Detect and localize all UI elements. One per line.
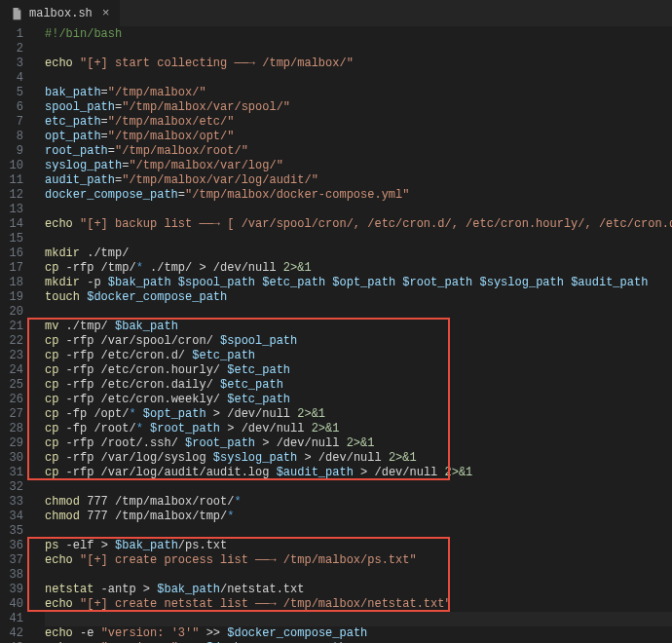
code-line[interactable]: cp -rfp /etc/cron.d/ $etc_path [45,349,672,363]
code-line[interactable]: syslog_path="/tmp/malbox/var/log/" [45,159,672,173]
token-var: opt_path [45,130,101,143]
tab-label: malbox.sh [29,7,93,20]
token-var: bak_path [45,86,101,99]
token-number: 2>&1 [283,261,312,275]
token-var: $syslog_path [213,451,297,465]
code-line[interactable]: audit_path="/tmp/malbox/var/log/audit/" [45,173,672,188]
code-line[interactable] [45,71,672,86]
token-number: 2>&1 [445,466,473,479]
code-line[interactable]: #!/bin/bash [45,27,672,42]
line-number: 30 [0,451,23,466]
line-number: 24 [0,363,23,378]
line-number: 3 [0,57,23,71]
code-line[interactable] [45,42,672,57]
code-line[interactable]: chmod 777 /tmp/malbox/root/* [45,495,672,510]
code-line[interactable]: cp -fp /root/* $root_path > /dev/null 2>… [45,422,672,436]
code-line[interactable]: etc_path="/tmp/malbox/etc/" [45,115,672,130]
token-var: docker_compose_path [45,188,178,202]
token-var: $root_path [402,276,472,289]
code-line[interactable]: echo "[+] create process list ——→ /tmp/m… [45,553,672,568]
code-line[interactable]: bak_path="/tmp/malbox/" [45,86,672,100]
code-line[interactable]: root_path="/tmp/malbox/root/" [45,144,672,159]
token-default: > [143,583,150,596]
token-builtin: mv [45,320,58,333]
token-default [108,539,115,552]
code-line[interactable] [45,203,672,217]
code-line[interactable]: cp -rfp /etc/cron.weekly/ $etc_path [45,393,672,407]
token-default: > [213,407,220,421]
token-builtin: cp [45,451,58,465]
token-string: "/tmp/malbox/docker-compose.yml" [185,188,409,202]
code-line[interactable]: cp -rfp /root/.ssh/ $root_path > /dev/nu… [45,436,672,451]
code-line[interactable] [45,305,672,320]
code-line[interactable]: cp -rfp /var/log/audit/audit.log $audit_… [45,466,672,480]
code-line[interactable]: echo "[+] backup list ——→ [ /var/spool/c… [45,217,672,232]
token-default: /dev/null [206,261,283,275]
line-number: 32 [0,480,23,495]
tab-bar: malbox.sh × [0,0,672,27]
line-number: 22 [0,334,23,349]
token-builtin: cp [45,393,58,406]
token-default [73,217,80,231]
token-default: > [304,451,311,465]
code-line[interactable]: ps -elf > $bak_path/ps.txt [45,539,672,553]
token-string: "[+] create process list ——→ /tmp/malbox… [80,553,417,567]
code-line[interactable] [45,524,672,539]
token-string: "[+] start collecting ——→ /tmp/malbox/" [80,57,354,70]
code-line[interactable]: touch $docker_compose_path [45,290,672,305]
editor-area[interactable]: 1234567891011121314151617181920212223242… [0,27,672,643]
line-number: 21 [0,320,23,334]
token-default: -rfp /etc/cron.d/ [58,349,192,362]
code-line[interactable] [45,480,672,495]
code-line[interactable]: mkdir -p $bak_path $spool_path $etc_path… [45,276,672,290]
token-punct: = [178,188,185,202]
code-line[interactable]: opt_path="/tmp/malbox/opt/" [45,130,672,144]
code-line[interactable] [45,568,672,583]
token-builtin: mkdir [45,276,80,289]
code-line[interactable]: cp -rfp /var/spool/cron/ $spool_path [45,334,672,349]
token-builtin: echo [45,57,73,70]
code-line[interactable]: netstat -antp > $bak_path/netstat.txt [45,583,672,597]
token-default: -fp /opt/ [58,407,129,421]
token-builtin: cp [45,407,58,421]
line-number: 6 [0,100,23,115]
line-number: 11 [0,173,23,188]
code-line[interactable]: cp -rfp /etc/cron.daily/ $etc_path [45,378,672,393]
code-line[interactable]: echo "[+] start collecting ——→ /tmp/malb… [45,57,672,71]
code-line[interactable]: echo "[+] create netstat list ——→ /tmp/m… [45,597,672,612]
token-default: -rfp /etc/cron.daily/ [58,378,220,392]
code-line[interactable] [45,232,672,246]
line-number: 12 [0,188,23,203]
token-var: $docker_compose_path [87,290,227,304]
code-line[interactable]: cp -rfp /var/log/syslog $syslog_path > /… [45,451,672,466]
code-line[interactable]: docker_compose_path="/tmp/malbox/docker-… [45,188,672,203]
code-line[interactable]: echo -e "version: '3'" >> $docker_compos… [45,626,672,641]
token-builtin: cp [45,422,58,435]
token-var: $spool_path [178,276,255,289]
code-line[interactable]: cp -rfp /etc/cron.hourly/ $etc_path [45,363,672,378]
token-string: "/tmp/malbox/var/log/" [129,159,282,172]
code-line[interactable]: spool_path="/tmp/malbox/var/spool/" [45,100,672,115]
token-builtin: netstat [45,583,93,596]
token-default: -fp /root/ [58,422,135,435]
code-line[interactable]: chmod 777 /tmp/malbox/tmp/* [45,510,672,524]
token-default: /dev/null [367,466,444,479]
code-content[interactable]: #!/bin/bashecho "[+] start collecting ——… [33,27,672,643]
token-default: ./tmp/ [80,246,129,260]
token-builtin: cp [45,334,58,348]
line-number-gutter: 1234567891011121314151617181920212223242… [0,27,33,643]
token-string: "version: '3'" [101,626,200,640]
code-line[interactable]: mkdir ./tmp/ [45,246,672,261]
token-default: -rfp /var/spool/cron/ [58,334,220,348]
token-var: $syslog_path [480,276,564,289]
line-number: 34 [0,510,23,524]
token-number: 2>&1 [312,422,340,435]
code-line[interactable]: mv ./tmp/ $bak_path [45,320,672,334]
tab-malbox-sh[interactable]: malbox.sh × [0,0,121,26]
token-var: $etc_path [192,349,255,362]
token-default [143,422,150,435]
close-icon[interactable]: × [98,6,110,20]
code-line[interactable]: cp -fp /opt/* $opt_path > /dev/null 2>&1 [45,407,672,422]
code-line[interactable]: cp -rfp /tmp/* ./tmp/ > /dev/null 2>&1 [45,261,672,276]
code-line[interactable] [45,612,672,626]
